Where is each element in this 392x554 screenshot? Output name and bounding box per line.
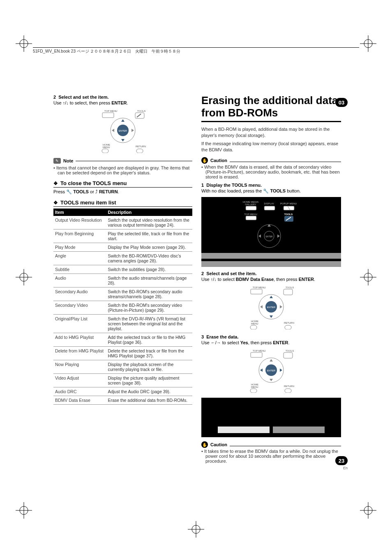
svg-marker-27 — [112, 129, 114, 132]
remote-figure-left: TOP MENU TOOLS ENTER HOME MENU RETURN — [53, 108, 192, 154]
press-line: Press 🔧 TOOLS or ⤴ RETURN. — [53, 189, 192, 195]
crop-mark-mid-right — [360, 269, 376, 285]
crop-mark-mid-left — [16, 269, 32, 285]
right-step2-sub: Use ↑/↓ to select BDMV Data Erase, then … — [201, 277, 341, 282]
page-title: Erasing the additional data from BD-ROMs — [201, 95, 341, 119]
svg-rect-70 — [284, 352, 293, 358]
svg-text:DISPLAY: DISPLAY — [264, 202, 274, 205]
right-step1: 1 Display the TOOLS menu. — [201, 183, 341, 188]
svg-text:TOOLS: TOOLS — [284, 213, 293, 216]
table-row: Now PlayingDisplay the playback screen o… — [53, 360, 192, 374]
table-row: Play from BeginningPlay the selected tit… — [53, 229, 192, 243]
caution-label: Caution — [210, 158, 227, 163]
right-step3-sub: Use ←/→ to select Yes, then press ENTER. — [201, 340, 341, 345]
osd-button-left — [218, 427, 270, 433]
hand-icon: ✋ — [201, 441, 208, 448]
hand-icon: ✋ — [201, 157, 208, 164]
caution-bullet-1: • When the BDMV data is erased, all the … — [201, 165, 341, 179]
osd-row — [201, 253, 341, 259]
table-row: Video AdjustDisplay the picture quality … — [53, 374, 192, 387]
left-step2-sub: Use ↑/↓ to select, then press ENTER. — [53, 100, 192, 105]
svg-rect-64 — [250, 325, 257, 329]
svg-rect-54 — [284, 289, 293, 295]
svg-text:MENU: MENU — [251, 322, 258, 325]
tools-table: Item Description Output Video Resolution… — [53, 209, 192, 405]
svg-text:ENTER: ENTER — [267, 369, 276, 372]
note-rule — [76, 161, 192, 161]
wrench-icon: 🔧 — [263, 188, 270, 193]
note-label: Note — [63, 158, 73, 163]
svg-rect-32 — [201, 197, 341, 250]
label-top-menu: TOP MENU — [104, 110, 117, 112]
table-row: Delete from HMG PlaylistDelete the selec… — [53, 347, 192, 360]
svg-marker-58 — [270, 296, 273, 298]
left-step2: 2 Select and set the item. — [53, 95, 192, 100]
right-step3: 3 Erase the data. — [201, 334, 341, 339]
svg-rect-68 — [251, 352, 262, 357]
svg-text:MENU: MENU — [103, 146, 110, 148]
note-bullet: • Items that cannot be changed are displ… — [53, 165, 192, 175]
svg-rect-82 — [285, 389, 291, 393]
svg-text:ENTER: ENTER — [267, 306, 276, 308]
table-row: Add to HMG PlaylistAdd the selected trac… — [53, 333, 192, 347]
svg-marker-61 — [280, 305, 282, 308]
svg-rect-42 — [246, 216, 256, 220]
table-row: SubtitleSwitch the subtitles (page 28). — [53, 265, 192, 274]
table-row: Original/Play ListSwitch the DVD-R/-RW's… — [53, 315, 192, 333]
diamond-icon: ❖ — [53, 181, 58, 186]
svg-rect-21 — [102, 113, 114, 118]
svg-rect-66 — [285, 325, 291, 329]
wrench-icon: 🔧 — [66, 189, 73, 194]
table-row: AudioSwitch the audio streams/channels (… — [53, 274, 192, 287]
svg-text:RETURN: RETURN — [284, 385, 294, 387]
label-enter: ENTER — [119, 130, 127, 132]
svg-marker-60 — [260, 305, 263, 308]
table-row: Secondary VideoSwitch the BD-ROM's secon… — [53, 301, 192, 315]
svg-text:MENU: MENU — [251, 386, 258, 388]
crop-mark-top-right — [360, 35, 376, 52]
caution-label: Caution — [210, 442, 227, 447]
svg-marker-25 — [121, 119, 125, 122]
svg-marker-28 — [131, 129, 134, 132]
svg-text:POPUP MENU: POPUP MENU — [280, 202, 297, 205]
crop-mark-bottom-left — [16, 502, 32, 519]
osd-row — [201, 261, 341, 267]
svg-marker-26 — [121, 139, 125, 141]
table-row: Audio DRCAdjust the Audio DRC (page 39). — [53, 387, 192, 396]
right-column: Erasing the additional data from BD-ROMs… — [201, 95, 341, 467]
label-return: RETURN — [136, 145, 146, 148]
svg-rect-80 — [250, 389, 257, 393]
remote-figure-step3: TOP MENU TOOLS ENTER HOME MENU RETURN — [201, 348, 341, 394]
svg-text:GALLERY: GALLERY — [245, 203, 256, 206]
svg-marker-76 — [260, 369, 263, 372]
th-desc: Description — [106, 209, 192, 216]
table-row: AngleSwitch the BD-ROM/DVD-Video disc's … — [53, 252, 192, 265]
return-arrow-icon: ⤴ — [95, 189, 99, 194]
svg-rect-30 — [102, 149, 108, 153]
svg-rect-22 — [135, 113, 144, 118]
svg-marker-77 — [280, 369, 282, 372]
black-panel-2 — [201, 398, 341, 437]
remote-figure-step2: TOP MENU TOOLS ENTER HOME MENU RETURN — [201, 284, 341, 330]
left-column: 2 Select and set the item. Use ↑/↓ to se… — [53, 95, 192, 467]
svg-marker-59 — [270, 315, 273, 318]
svg-text:TOOLS: TOOLS — [286, 350, 294, 352]
svg-text:TOP MENU: TOP MENU — [244, 213, 257, 216]
right-step2: 2 Select and set the item. — [201, 271, 341, 276]
table-row: Secondary AudioSwitch the BD-ROM's secon… — [53, 287, 192, 301]
intro-para-2: If the message indicating low memory (lo… — [201, 141, 341, 153]
osd-button-right — [273, 427, 325, 433]
up-down-arrows-icon: ↑/↓ — [63, 100, 69, 105]
label-tools: TOOLS — [137, 110, 145, 112]
right-step1-sub: With no disc loaded, press the 🔧 TOOLS b… — [201, 188, 341, 194]
intro-para-1: When a BD-ROM is played, additional data… — [201, 126, 341, 139]
svg-rect-52 — [251, 289, 262, 294]
caution-heading-2: ✋ Caution — [201, 441, 341, 448]
svg-text:RETURN: RETURN — [284, 322, 294, 324]
svg-marker-74 — [270, 359, 273, 362]
running-header: 51FD_WV_EN.book 23 ページ ２００８年８月２６日 火曜日 午前… — [33, 47, 359, 54]
pencil-icon: ✎ — [53, 158, 61, 164]
svg-text:ENTER: ENTER — [266, 235, 273, 238]
table-row: Play ModeDisplay the Play Mode screen (p… — [53, 243, 192, 252]
left-right-arrows-icon: ←/→ — [211, 340, 221, 345]
